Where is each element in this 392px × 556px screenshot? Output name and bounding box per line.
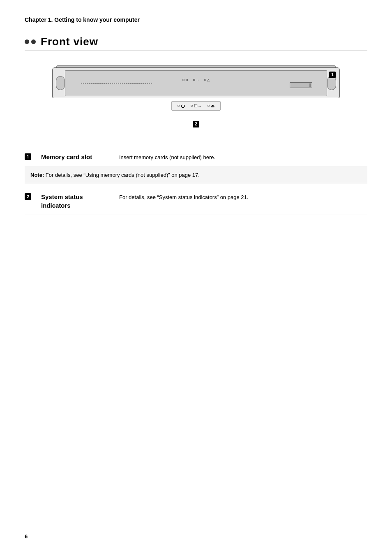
vent-dot <box>89 83 90 84</box>
desc-term-1: Memory card slot <box>41 153 119 161</box>
vent-dot <box>101 83 103 84</box>
vent-dot <box>130 83 131 84</box>
dot-1 <box>25 39 29 44</box>
indicator-power: ⏻ <box>178 104 185 108</box>
diagram-label-1: 1 <box>329 71 336 78</box>
badge-2: 2 <box>193 121 199 127</box>
status-circle <box>182 79 184 81</box>
vent-dot <box>91 83 92 84</box>
vent-dot <box>136 83 138 84</box>
vent-dot <box>99 83 101 84</box>
desc-def-1: Insert memory cards (not supplied) here. <box>119 153 367 162</box>
status-indicators-panel: ⏻ ☐→ ⏏ <box>171 101 221 111</box>
vent-dot <box>134 83 136 84</box>
vent-dot <box>116 83 117 84</box>
vent-dot <box>87 83 88 84</box>
vent-dots <box>81 83 152 84</box>
hinge-right <box>327 76 336 90</box>
desc-term-2: System status indicators <box>41 192 119 210</box>
slot-notch <box>309 83 311 87</box>
status-circle <box>204 79 206 81</box>
status-caps: △ <box>204 78 210 82</box>
vent-dot <box>106 83 107 84</box>
vent-dot <box>81 83 82 84</box>
indicator-eject: ⏏ <box>208 104 214 108</box>
indicator-arrow: ☐→ <box>191 104 202 108</box>
status-indicator-area: ⊕ → △ <box>182 78 210 82</box>
page-number: 6 <box>25 533 28 540</box>
vent-dot <box>85 83 86 84</box>
status-battery: → <box>193 78 199 82</box>
vent-dot <box>93 83 95 84</box>
indicator-circle <box>208 105 210 107</box>
description-section: 1 Memory card slot Insert memory cards (… <box>25 148 367 215</box>
vent-dot <box>95 83 97 84</box>
memory-card-slot-diagram <box>290 82 312 88</box>
section-title: Front view <box>41 35 98 48</box>
vent-dot <box>141 83 142 84</box>
vent-dot <box>138 83 140 84</box>
vent-dot <box>128 83 129 84</box>
status-wifi: ⊕ <box>182 78 188 82</box>
vent-dot <box>124 83 125 84</box>
vent-dot <box>97 83 99 84</box>
desc-term-line1: System status <box>41 193 83 200</box>
vent-dot <box>143 83 144 84</box>
vent-dot <box>151 83 152 84</box>
item-badge-2: 2 <box>25 193 31 200</box>
note-content: For details, see “Using memory cards (no… <box>46 172 200 178</box>
hinge-left <box>56 76 65 90</box>
vent-dot <box>114 83 115 84</box>
laptop-body-inner: ⊕ → △ <box>65 70 327 96</box>
vent-dot <box>83 83 84 84</box>
diagram-label-2: 2 <box>193 120 199 127</box>
vent-dot <box>122 83 123 84</box>
laptop-body: ⊕ → △ <box>52 67 340 98</box>
desc-def-2: For details, see “System status indicato… <box>119 192 367 202</box>
vent-dot <box>104 83 105 84</box>
indicator-circle <box>178 105 180 107</box>
note-label: Note: <box>30 172 44 178</box>
desc-num-1: 1 <box>25 153 41 160</box>
vent-dot <box>147 83 148 84</box>
vent-dot <box>126 83 127 84</box>
vent-dot <box>120 83 121 84</box>
indicator-circle <box>191 105 193 107</box>
status-circle <box>193 79 195 81</box>
laptop-diagram: ⊕ → △ <box>48 63 344 133</box>
chapter-title: Chapter 1. Getting to know your computer <box>25 16 367 23</box>
desc-num-2: 2 <box>25 192 41 200</box>
vent-dot <box>110 83 111 84</box>
dot-2 <box>31 39 36 44</box>
desc-term-line2: indicators <box>41 202 71 209</box>
desc-note-1: Note: For details, see “Using memory car… <box>25 167 367 184</box>
item-badge-1: 1 <box>25 153 31 160</box>
desc-row-2: 2 System status indicators For details, … <box>25 188 367 215</box>
section-header: Front view <box>25 35 367 51</box>
note-text-1: Note: For details, see “Using memory car… <box>30 172 200 178</box>
diagram-container: ⊕ → △ <box>25 63 367 133</box>
badge-1: 1 <box>329 72 336 78</box>
vent-dot <box>112 83 113 84</box>
vent-dot <box>118 83 119 84</box>
vent-dot <box>149 83 150 84</box>
vent-dot <box>108 83 109 84</box>
vent-dot <box>145 83 146 84</box>
desc-row-1: 1 Memory card slot Insert memory cards (… <box>25 148 367 167</box>
vent-dot <box>132 83 134 84</box>
section-dots <box>25 39 36 44</box>
